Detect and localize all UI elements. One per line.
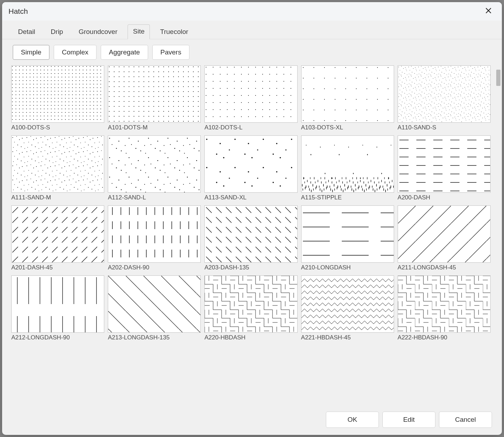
category-tabs: DetailDripGroundcoverSiteTruecolor	[2, 21, 502, 39]
pattern-label: A103-DOTS-XL	[301, 124, 394, 131]
pattern-swatch	[301, 205, 394, 263]
pattern-label: A220-HBDASH	[204, 334, 297, 341]
pattern-label: A213-LONGDASH-135	[108, 334, 201, 341]
pattern-scroll-area[interactable]: A100-DOTS-SA101-DOTS-MA102-DOTS-LA103-DO…	[2, 63, 502, 407]
pattern-label: A212-LONGDASH-90	[11, 334, 104, 341]
pattern-label: A210-LONGDASH	[301, 264, 394, 271]
pattern-card[interactable]: A202-DASH-90	[108, 205, 201, 271]
pattern-label: A202-DASH-90	[108, 264, 201, 271]
pattern-card[interactable]: A201-DASH-45	[11, 205, 104, 271]
edit-button[interactable]: Edit	[382, 412, 435, 428]
subtab-simple[interactable]: Simple	[13, 45, 49, 60]
pattern-grid: A100-DOTS-SA101-DOTS-MA102-DOTS-LA103-DO…	[11, 65, 491, 341]
pattern-swatch	[398, 205, 491, 263]
pattern-card[interactable]: A100-DOTS-S	[11, 65, 104, 131]
pattern-card[interactable]: A213-LONGDASH-135	[108, 275, 201, 341]
pattern-swatch	[108, 205, 201, 263]
subtab-pavers[interactable]: Pavers	[152, 45, 189, 60]
hatch-dialog: Hatch DetailDripGroundcoverSiteTruecolor…	[2, 2, 502, 435]
pattern-swatch	[11, 135, 104, 193]
pattern-label: A201-DASH-45	[11, 264, 104, 271]
pattern-card[interactable]: A212-LONGDASH-90	[11, 275, 104, 341]
pattern-card[interactable]: A113-SAND-XL	[204, 135, 297, 201]
pattern-label: A102-DOTS-L	[204, 124, 297, 131]
tab-site[interactable]: Site	[128, 24, 150, 39]
pattern-card[interactable]: A210-LONGDASH	[301, 205, 394, 271]
pattern-swatch	[108, 275, 201, 333]
tab-drip[interactable]: Drip	[46, 25, 69, 39]
pattern-card[interactable]: A203-DASH-135	[204, 205, 297, 271]
pattern-label: A100-DOTS-S	[11, 124, 104, 131]
pattern-card[interactable]: A112-SAND-L	[108, 135, 201, 201]
pattern-card[interactable]: A211-LONGDASH-45	[398, 205, 491, 271]
pattern-swatch	[108, 65, 201, 123]
pattern-swatch	[11, 205, 104, 263]
tab-detail[interactable]: Detail	[13, 25, 41, 39]
pattern-swatch	[204, 135, 297, 193]
pattern-label: A200-DASH	[398, 194, 491, 201]
close-button[interactable]	[481, 4, 496, 18]
titlebar: Hatch	[2, 2, 502, 21]
close-icon	[485, 7, 492, 16]
pattern-swatch	[108, 135, 201, 193]
pattern-card[interactable]: A103-DOTS-XL	[301, 65, 394, 131]
pattern-card[interactable]: A110-SAND-S	[398, 65, 491, 131]
pattern-label: A222-HBDASH-90	[398, 334, 491, 341]
pattern-label: A113-SAND-XL	[204, 194, 297, 201]
pattern-card[interactable]: A222-HBDASH-90	[398, 275, 491, 341]
pattern-swatch	[204, 275, 297, 333]
pattern-label: A110-SAND-S	[398, 124, 491, 131]
pattern-swatch	[11, 275, 104, 333]
pattern-swatch	[301, 275, 394, 333]
cancel-button[interactable]: Cancel	[439, 412, 492, 428]
pattern-swatch	[301, 135, 394, 193]
pattern-card[interactable]: A221-HBDASH-45	[301, 275, 394, 341]
pattern-label: A221-HBDASH-45	[301, 334, 394, 341]
subcategory-tabs: SimpleComplexAggregatePavers	[2, 39, 502, 63]
pattern-label: A115-STIPPLE	[301, 194, 394, 201]
pattern-label: A112-SAND-L	[108, 194, 201, 201]
pattern-swatch	[204, 65, 297, 123]
pattern-swatch	[398, 135, 491, 193]
pattern-swatch	[398, 65, 491, 123]
tab-truecolor[interactable]: Truecolor	[155, 25, 194, 39]
pattern-card[interactable]: A200-DASH	[398, 135, 491, 201]
pattern-label: A211-LONGDASH-45	[398, 264, 491, 271]
pattern-card[interactable]: A111-SAND-M	[11, 135, 104, 201]
pattern-label: A101-DOTS-M	[108, 124, 201, 131]
ok-button[interactable]: OK	[326, 412, 379, 428]
pattern-card[interactable]: A102-DOTS-L	[204, 65, 297, 131]
pattern-card[interactable]: A101-DOTS-M	[108, 65, 201, 131]
pattern-label: A203-DASH-135	[204, 264, 297, 271]
pattern-swatch	[301, 65, 394, 123]
pattern-swatch	[11, 65, 104, 123]
dialog-footer: OK Edit Cancel	[2, 407, 502, 435]
scrollbar-thumb[interactable]	[496, 70, 500, 86]
pattern-swatch	[204, 205, 297, 263]
pattern-label: A111-SAND-M	[11, 194, 104, 201]
tab-groundcover[interactable]: Groundcover	[73, 25, 123, 39]
pattern-swatch	[398, 275, 491, 333]
pattern-card[interactable]: A115-STIPPLE	[301, 135, 394, 201]
subtab-complex[interactable]: Complex	[54, 45, 96, 60]
dialog-title: Hatch	[8, 7, 28, 16]
subtab-aggregate[interactable]: Aggregate	[101, 45, 148, 60]
pattern-card[interactable]: A220-HBDASH	[204, 275, 297, 341]
